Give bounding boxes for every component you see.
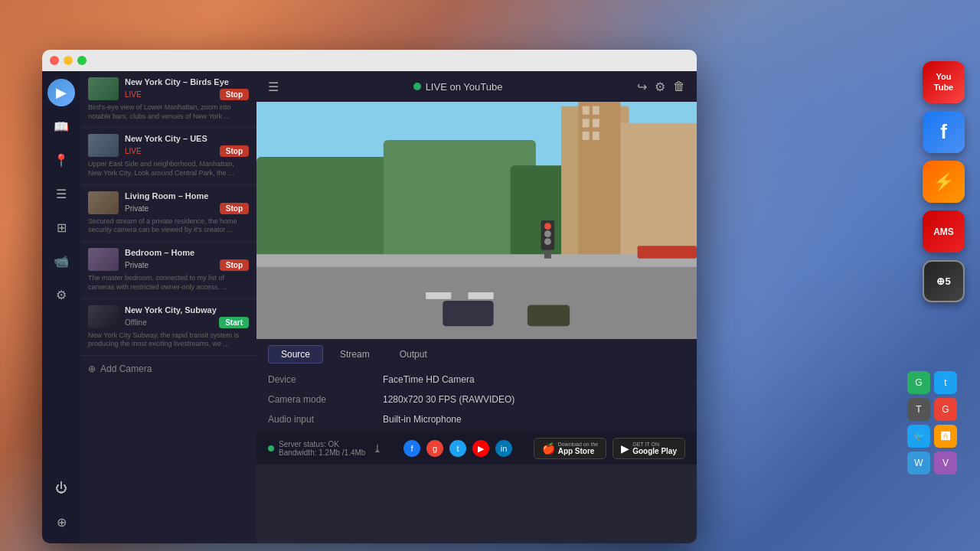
- camera-item-2[interactable]: Living Room – Home Private Stop Secured …: [80, 185, 256, 242]
- camera-items-container: New York City – Birds Eye LIVE Stop Bird…: [80, 71, 256, 356]
- camera-status-3: Private: [125, 261, 149, 269]
- camera-list: New York City – Birds Eye LIVE Stop Bird…: [80, 71, 256, 543]
- camera-item-0[interactable]: New York City – Birds Eye LIVE Stop Bird…: [80, 71, 256, 128]
- minimize-button[interactable]: [64, 56, 73, 65]
- mini-icon-5[interactable]: 🐦: [907, 425, 930, 448]
- tabs: SourceStreamOutput: [268, 345, 685, 364]
- svg-rect-17: [443, 301, 493, 326]
- top-bar: ☰ LIVE on YouTube ↪ ⚙ 🗑: [256, 71, 697, 102]
- sidebar-item-update[interactable]: ⊕: [47, 508, 75, 536]
- sidebar-item-location[interactable]: 📍: [47, 146, 75, 174]
- camera-action-0[interactable]: Stop: [220, 89, 249, 100]
- share-icon[interactable]: ↪: [637, 80, 647, 94]
- social-icon-twitter[interactable]: t: [449, 440, 466, 457]
- mini-icon-4[interactable]: G: [934, 398, 957, 421]
- googleplay-name: Google Play: [632, 447, 677, 455]
- main-content: ☰ LIVE on YouTube ↪ ⚙ 🗑: [256, 71, 697, 543]
- camera-desc-4: New York City Subway, the rapid transit …: [88, 331, 249, 349]
- svg-rect-12: [593, 132, 599, 140]
- right-sidebar: YouTube f ⚡ AMS ⊕5: [923, 61, 965, 302]
- store-buttons: 🍎 Download on the App Store ▶ GET IT ON …: [534, 438, 685, 459]
- camera-action-1[interactable]: Stop: [220, 145, 249, 157]
- camera-desc-2: Secured stream of a private residence, t…: [88, 217, 249, 235]
- mini-icon-2[interactable]: t: [934, 371, 957, 394]
- live-dot: [413, 83, 421, 90]
- social-icon-google+[interactable]: g: [426, 440, 443, 457]
- social-icon-facebook[interactable]: f: [403, 440, 420, 457]
- camera-item-4[interactable]: New York City, Subway Offline Start New …: [80, 299, 256, 356]
- sidebar-item-list[interactable]: ☰: [47, 180, 75, 207]
- sidebar-item-settings[interactable]: ⚙: [47, 281, 75, 308]
- svg-rect-10: [593, 119, 599, 127]
- svg-point-22: [544, 230, 551, 237]
- mini-icons-cluster: G t T G 🐦 🅰 W V: [907, 371, 969, 474]
- add-camera-button[interactable]: ⊕ Add Camera: [80, 356, 256, 382]
- social-icon-youtube[interactable]: ▶: [472, 440, 489, 457]
- camera-thumb-1: [88, 134, 119, 157]
- camera-action-3[interactable]: Stop: [220, 259, 249, 271]
- sidebar-item-book[interactable]: 📖: [47, 112, 75, 140]
- camera-thumb-0: [88, 77, 119, 100]
- sidebar-item-camera[interactable]: 📹: [47, 247, 75, 275]
- s5-app-icon[interactable]: ⊕5: [923, 260, 965, 302]
- menu-icon[interactable]: ☰: [268, 80, 279, 94]
- camera-thumb-3: [88, 248, 119, 271]
- svg-rect-11: [583, 132, 590, 140]
- appstore-sub: Download on the: [558, 442, 599, 447]
- camera-desc-1: Upper East Side and neighborhood, Manhat…: [88, 160, 249, 178]
- camera-item-3[interactable]: Bedroom – Home Private Stop The master b…: [80, 242, 256, 298]
- mini-icon-7[interactable]: W: [907, 452, 930, 474]
- appstore-button[interactable]: 🍎 Download on the App Store: [534, 438, 607, 459]
- add-camera-label: Add Camera: [100, 364, 152, 374]
- googleplay-button[interactable]: ▶ GET IT ON Google Play: [612, 438, 685, 459]
- svg-rect-24: [638, 246, 697, 259]
- camera-mode-label: Camera mode: [268, 393, 383, 406]
- facebook-app-icon[interactable]: f: [923, 111, 965, 153]
- camera-action-4[interactable]: Start: [219, 317, 249, 328]
- traffic-lights: [50, 56, 87, 65]
- sidebar-item-power[interactable]: ⏻: [47, 474, 75, 502]
- camera-item-1[interactable]: New York City – UES LIVE Stop Upper East…: [80, 128, 256, 184]
- svg-rect-16: [256, 254, 697, 267]
- app-body: ▶ 📖 📍 ☰ ⊞ 📹 ⚙ ⏻ ⊕ New York City – Birds …: [42, 71, 697, 543]
- tab-stream[interactable]: Stream: [327, 345, 383, 364]
- sidebar-item-home[interactable]: ▶: [47, 79, 75, 106]
- camera-status-4: Offline: [125, 318, 147, 327]
- audio-input-value: Built-in Microphone: [383, 412, 685, 426]
- delete-icon[interactable]: 🗑: [673, 80, 685, 94]
- sidebar-item-grid[interactable]: ⊞: [47, 214, 75, 241]
- maximize-button[interactable]: [77, 56, 87, 65]
- apple-icon: 🍎: [542, 442, 555, 455]
- youtube-app-icon[interactable]: YouTube: [923, 61, 965, 103]
- footer: Server status: OK Bandwidth: 1.2Mb /1.4M…: [256, 432, 697, 465]
- app-logo: ▶: [47, 79, 75, 106]
- live-indicator: LIVE on YouTube: [413, 81, 503, 93]
- status-dot: [268, 445, 274, 452]
- mini-icon-1[interactable]: G: [907, 371, 930, 394]
- audio-input-label: Audio input: [268, 412, 383, 426]
- close-button[interactable]: [50, 56, 59, 65]
- lightning-app-icon[interactable]: ⚡: [923, 161, 965, 203]
- svg-rect-14: [426, 292, 451, 299]
- tab-output[interactable]: Output: [387, 345, 440, 364]
- googleplay-text: GET IT ON Google Play: [632, 442, 677, 455]
- svg-rect-8: [593, 106, 599, 115]
- camera-action-2[interactable]: Stop: [220, 203, 249, 214]
- title-bar: [42, 50, 697, 71]
- social-icon-linkedin[interactable]: in: [495, 440, 512, 457]
- tab-source[interactable]: Source: [268, 345, 323, 364]
- device-label: Device: [268, 373, 383, 386]
- video-stream: [256, 102, 697, 339]
- camera-status-0: LIVE: [125, 90, 142, 99]
- ams-app-icon[interactable]: AMS: [923, 210, 965, 253]
- mini-icon-3[interactable]: T: [907, 398, 930, 421]
- server-status-text: Server status: OK: [279, 440, 365, 448]
- bottom-panel: SourceStreamOutput Device FaceTime HD Ca…: [256, 339, 697, 432]
- svg-rect-7: [583, 106, 590, 115]
- settings-icon[interactable]: ⚙: [655, 80, 665, 94]
- add-camera-icon: ⊕: [88, 364, 96, 374]
- mini-icon-6[interactable]: 🅰: [934, 425, 957, 448]
- svg-rect-5: [578, 102, 620, 276]
- mini-icon-8[interactable]: V: [934, 452, 957, 474]
- device-info: Device FaceTime HD Camera Camera mode 12…: [268, 373, 685, 426]
